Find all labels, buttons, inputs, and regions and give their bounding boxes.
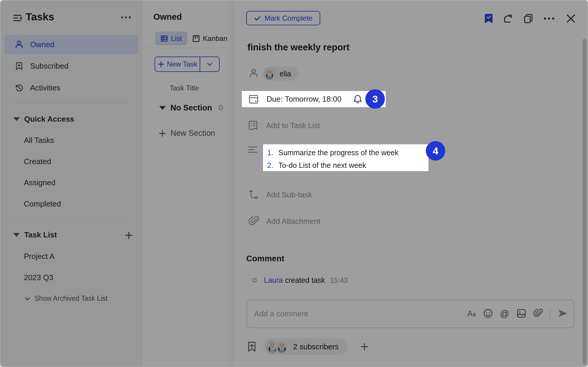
add-to-task-list-row[interactable]: Add to Task List xyxy=(248,120,320,131)
section-no-section[interactable]: No Section 0 xyxy=(159,103,223,113)
triangle-down-icon xyxy=(13,117,20,121)
subscribers-row: 2 subscribers xyxy=(247,338,369,355)
comment-input[interactable] xyxy=(254,309,450,318)
subtask-icon xyxy=(249,190,258,200)
sidebar-item-subscribed[interactable]: Subscribed xyxy=(4,56,138,76)
calendar-icon xyxy=(248,94,259,105)
description-editor[interactable]: 1. Summarize the progress of the week 2.… xyxy=(263,144,428,171)
sidebar-item-label: Subscribed xyxy=(30,62,68,71)
comment-divider xyxy=(247,245,574,245)
sidebar-item-activities[interactable]: Activities xyxy=(4,78,138,97)
text-format-button[interactable]: Aa xyxy=(467,309,476,318)
emoji-button[interactable] xyxy=(483,308,493,320)
new-task-dropdown-button[interactable] xyxy=(200,57,219,71)
chevron-down-icon xyxy=(24,295,31,302)
triangle-down-icon xyxy=(159,106,166,110)
subscriber-avatar-2 xyxy=(275,340,288,353)
subscriber-bookmark-icon xyxy=(247,341,257,352)
task-title[interactable]: finish the weekly report xyxy=(247,42,349,53)
image-button[interactable] xyxy=(516,308,526,320)
scrollbar-thumb[interactable] xyxy=(583,39,587,364)
due-date-row[interactable]: Due: Tomorrow, 18:00 xyxy=(242,91,386,107)
kanban-icon xyxy=(192,35,200,42)
quick-access-header[interactable]: Quick Access xyxy=(13,115,74,124)
chevron-down-icon xyxy=(206,61,213,67)
comment-input-box[interactable]: Aa @ xyxy=(247,300,574,328)
show-archived-toggle[interactable]: Show Archived Task List xyxy=(24,295,108,302)
new-task-button[interactable]: New Task xyxy=(155,57,220,72)
tour-step-badge-4: 4 xyxy=(426,141,445,161)
attach-file-button[interactable] xyxy=(533,308,543,320)
copy-icon[interactable] xyxy=(522,13,535,24)
sidebar-item-label: Activities xyxy=(30,83,60,92)
paperclip-icon xyxy=(249,215,259,227)
add-attachment-row[interactable]: Add Attachment xyxy=(249,215,321,227)
sidebar-divider xyxy=(9,103,133,103)
column-header-task-title: Task Title xyxy=(170,84,199,92)
description-icon xyxy=(248,145,258,154)
sidebar-item-label: Owned xyxy=(30,40,54,49)
send-button[interactable] xyxy=(558,309,568,319)
sidebar-item-created[interactable]: Created xyxy=(24,157,51,166)
toolbar-divider xyxy=(550,309,551,319)
add-subscriber-button[interactable] xyxy=(360,342,369,351)
sidebar-item-all-tasks[interactable]: All Tasks xyxy=(24,136,54,145)
subscribers-chip[interactable]: 2 subscribers xyxy=(264,338,348,355)
task-list-panel: Owned List Kanban New Task Task Title xyxy=(142,0,233,367)
tasks-app-window: Tasks Owned Subscribed xyxy=(0,0,588,367)
due-date-text: Due: Tomorrow, 18:00 xyxy=(267,95,341,104)
tab-list-view[interactable]: List xyxy=(155,32,187,45)
assignee-chip[interactable]: elia xyxy=(262,67,298,81)
sidebar-item-assigned[interactable]: Assigned xyxy=(24,178,55,187)
check-icon xyxy=(254,15,261,22)
comment-toolbar: Aa @ xyxy=(467,308,568,320)
task-detail-panel: Mark Complete finish the weekly report e… xyxy=(233,0,588,367)
activity-time: 15:43 xyxy=(330,276,348,284)
mark-complete-button[interactable]: Mark Complete xyxy=(246,11,320,25)
sidebar: Tasks Owned Subscribed xyxy=(0,0,142,367)
list-view-icon xyxy=(160,35,168,42)
comment-section-header: Comment xyxy=(246,254,284,263)
new-task-main[interactable]: New Task xyxy=(155,57,200,71)
history-clock-icon xyxy=(15,83,24,92)
task-list-header[interactable]: Task List xyxy=(13,230,57,239)
sidebar-item-owned[interactable]: Owned xyxy=(4,35,138,54)
new-section-button[interactable]: New Section xyxy=(159,129,215,138)
bookmark-plus-icon xyxy=(15,62,24,70)
activity-bullet-icon xyxy=(252,278,257,282)
avatar-elia xyxy=(264,68,275,80)
activity-row: Laura created task 15:43 xyxy=(252,276,348,285)
tab-kanban-view[interactable]: Kanban xyxy=(187,32,233,45)
activity-action: created task xyxy=(285,276,325,284)
add-task-list-button[interactable] xyxy=(123,229,135,241)
subscribed-bookmark-button[interactable] xyxy=(482,13,495,24)
sidebar-divider xyxy=(9,220,133,220)
list-panel-title: Owned xyxy=(153,12,182,22)
tour-step-badge-3: 3 xyxy=(365,89,385,109)
collapse-sidebar-icon[interactable] xyxy=(12,13,23,24)
sidebar-more-button[interactable] xyxy=(119,11,133,23)
close-icon[interactable] xyxy=(564,13,577,24)
description-line: 2. To-do List of the next week xyxy=(266,161,366,170)
task-list-icon xyxy=(248,120,258,131)
sidebar-item-2023-q3[interactable]: 2023 Q3 xyxy=(24,273,53,282)
tabs-divider xyxy=(142,48,233,48)
sidebar-item-completed[interactable]: Completed xyxy=(24,199,61,209)
triangle-down-icon xyxy=(13,233,20,237)
subscribers-count-label: 2 subscribers xyxy=(293,342,339,351)
activity-actor-link[interactable]: Laura xyxy=(264,276,283,284)
mention-button[interactable]: @ xyxy=(500,309,509,319)
assignee-person-icon xyxy=(248,68,259,79)
sidebar-item-project-a[interactable]: Project A xyxy=(24,252,55,261)
plus-icon xyxy=(157,61,165,68)
reminder-bell-icon[interactable] xyxy=(353,95,362,104)
person-icon xyxy=(15,40,24,49)
assignee-name: elia xyxy=(280,70,291,78)
app-title: Tasks xyxy=(26,11,54,23)
plus-icon xyxy=(159,130,166,137)
share-icon[interactable] xyxy=(501,13,514,24)
add-subtask-row[interactable]: Add Sub-task xyxy=(249,190,312,200)
more-icon[interactable] xyxy=(543,13,556,24)
description-line: 1. Summarize the progress of the week xyxy=(266,148,398,157)
